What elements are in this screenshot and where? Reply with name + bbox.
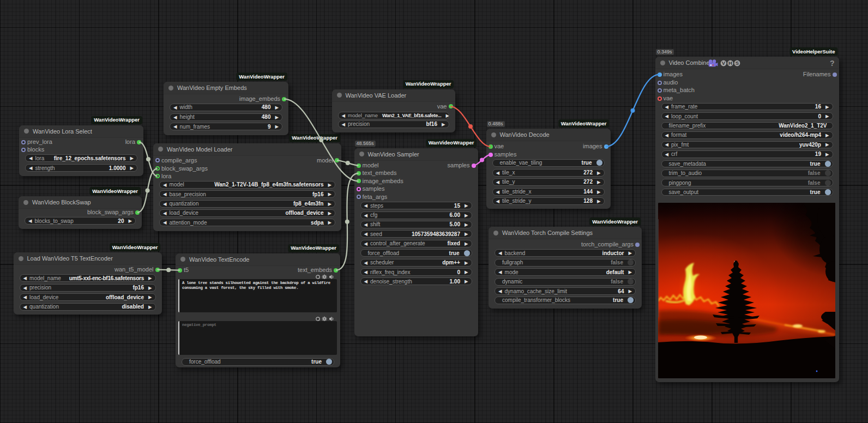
svg-text:S: S: [735, 60, 738, 66]
svg-text:H: H: [728, 60, 732, 66]
svg-text:V: V: [721, 60, 725, 66]
